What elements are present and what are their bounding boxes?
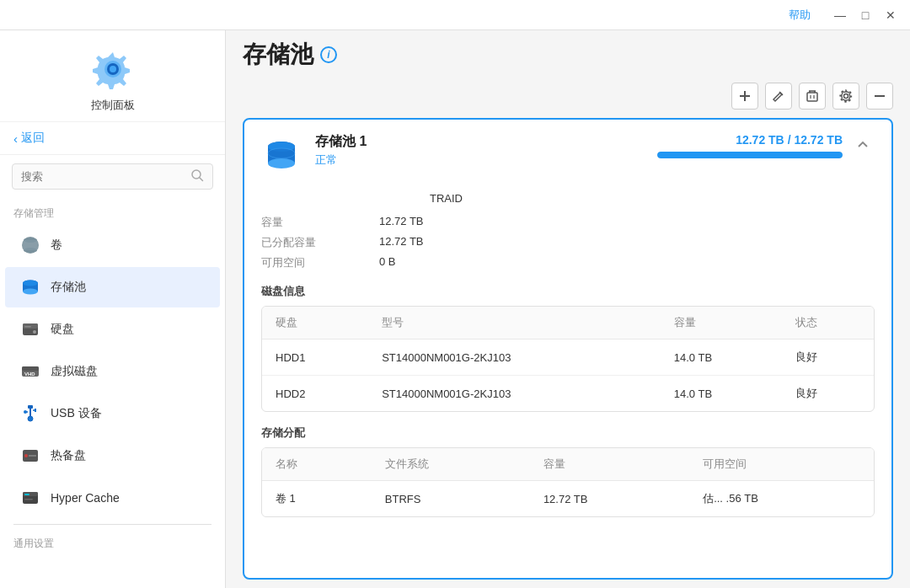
disk-table-wrap: 硬盘 型号 容量 状态 HDD1 ST14000NM001G-2KJ103 14… (261, 306, 875, 412)
disk-icon (19, 318, 42, 341)
main-content: 存储池 i (226, 30, 910, 588)
sidebar-item-hyper-cache[interactable]: Hyper Cache (5, 478, 220, 518)
disk-capacity-hdd1: 14.0 TB (661, 339, 783, 376)
svg-point-12 (23, 281, 38, 286)
sidebar-item-hard-disk[interactable]: 硬盘 (5, 309, 220, 350)
svg-point-11 (23, 289, 38, 295)
table-row: HDD2 ST14000NM001G-2KJ103 14.0 TB 良好 (262, 376, 874, 412)
sidebar-item-usb[interactable]: USB 设备 (5, 393, 220, 434)
page-title-row: 存储池 i (243, 39, 893, 71)
hyper-cache-label: Hyper Cache (51, 491, 120, 505)
disk-name-hdd1: HDD1 (262, 339, 368, 376)
alloc-section-title: 存储分配 (261, 425, 875, 441)
sidebar-item-volumes[interactable]: 卷 (5, 225, 220, 265)
disk-status-hdd1: 良好 (782, 339, 874, 376)
usb-label: USB 设备 (51, 406, 102, 421)
svg-point-43 (844, 94, 848, 99)
alloc-capacity-vol1: 12.72 TB (530, 481, 689, 517)
pool-status: 正常 (315, 152, 486, 168)
disk-col-disk: 硬盘 (262, 307, 368, 339)
svg-point-2 (110, 66, 116, 72)
pool-details: 容量 12.72 TB 已分配容量 12.72 TB 可用空间 0 B (261, 215, 875, 270)
alloc-table-wrap: 名称 文件系统 容量 可用空间 卷 1 BTRFS 12.72 TB 估... … (261, 447, 875, 517)
search-bar (12, 163, 213, 190)
vdisk-icon: VHD (19, 360, 42, 383)
title-bar: 帮助 — □ ✕ (0, 0, 910, 30)
search-icon (190, 168, 204, 184)
alloc-col-name: 名称 (262, 448, 372, 481)
svg-rect-16 (24, 326, 31, 328)
back-label: 返回 (21, 131, 45, 146)
progress-bar (657, 152, 843, 158)
help-link[interactable]: 帮助 (789, 8, 811, 23)
alloc-col-free: 可用空间 (689, 448, 874, 481)
app-container: 控制面板 ‹ 返回 存储管理 (0, 30, 910, 588)
disk-name-hdd2: HDD2 (262, 376, 368, 412)
disk-model-hdd1: ST14000NM001G-2KJ103 (368, 339, 661, 376)
back-arrow-icon: ‹ (13, 131, 18, 146)
sidebar-item-virtual-disk[interactable]: VHD 虚拟磁盘 (5, 351, 220, 392)
free-space-value: 0 B (379, 255, 396, 270)
svg-line-4 (200, 178, 203, 181)
svg-rect-18 (22, 366, 39, 371)
pool-db-icon (261, 136, 302, 180)
pool-icon (19, 275, 42, 299)
alloc-col-fs: 文件系统 (372, 448, 530, 481)
alloc-name-vol1: 卷 1 (262, 481, 372, 517)
alloc-table: 名称 文件系统 容量 可用空间 卷 1 BTRFS 12.72 TB 估... … (262, 448, 874, 516)
svg-point-15 (33, 330, 36, 334)
svg-rect-20 (28, 405, 33, 409)
svg-point-28 (24, 454, 28, 457)
pool-label: 存储池 (51, 280, 86, 295)
settings-button[interactable] (832, 83, 859, 110)
sidebar-header: 控制面板 (0, 30, 225, 122)
svg-rect-37 (807, 93, 817, 101)
capacity-value: 12.72 TB (379, 215, 424, 230)
disk-capacity-hdd2: 14.0 TB (661, 376, 783, 412)
page-title: 存储池 (243, 39, 313, 71)
usb-icon (19, 402, 42, 425)
progress-fill (657, 152, 843, 158)
table-row: HDD1 ST14000NM001G-2KJ103 14.0 TB 良好 (262, 339, 874, 376)
edit-button[interactable] (765, 83, 792, 110)
alloc-capacity-value: 12.72 TB (379, 235, 424, 250)
disk-col-status: 状态 (782, 307, 874, 339)
close-button[interactable]: ✕ (878, 3, 903, 28)
pool-info: 存储池 1 正常 (315, 133, 486, 168)
alloc-capacity-label: 已分配容量 (261, 235, 329, 250)
volume-icon (19, 233, 42, 257)
alloc-col-capacity: 容量 (530, 448, 689, 481)
minimize-button[interactable]: — (827, 3, 853, 28)
add-button[interactable] (731, 83, 758, 110)
sidebar: 控制面板 ‹ 返回 存储管理 (0, 30, 226, 588)
search-input[interactable] (21, 170, 190, 183)
storage-section-label: 存储管理 (0, 198, 225, 224)
sidebar-app-title: 控制面板 (91, 98, 135, 113)
maximize-button[interactable]: □ (853, 3, 878, 28)
pool-header: 存储池 1 正常 12.72 TB / 12.72 TB (261, 133, 875, 180)
toolbar (243, 83, 893, 110)
pool-capacity-header: 12.72 TB / 12.72 TB (657, 133, 843, 158)
back-link[interactable]: ‹ 返回 (0, 122, 225, 155)
svg-rect-32 (24, 494, 29, 495)
alloc-free-vol1: 估... .56 TB (689, 481, 874, 517)
svg-text:VHD: VHD (24, 372, 35, 377)
pool-card: 存储池 1 正常 12.72 TB / 12.72 TB (243, 118, 893, 580)
free-space-label: 可用空间 (261, 255, 329, 270)
disk-section-title: 磁盘信息 (261, 284, 875, 299)
disk-model-hdd2: ST14000NM001G-2KJ103 (368, 376, 661, 412)
sidebar-item-storage-pool[interactable]: 存储池 (5, 267, 220, 307)
table-row: 卷 1 BTRFS 12.72 TB 估... .56 TB (262, 481, 874, 517)
general-section-label: 通用设置 (0, 530, 225, 554)
pool-name: 存储池 1 (315, 133, 486, 151)
delete-button[interactable] (799, 83, 826, 110)
collapse-button[interactable] (851, 133, 875, 157)
sidebar-item-hot-spare[interactable]: 热备盘 (5, 436, 220, 476)
sidebar-divider (13, 524, 211, 525)
disk-table: 硬盘 型号 容量 状态 HDD1 ST14000NM001G-2KJ103 14… (262, 307, 874, 411)
more-button[interactable] (866, 83, 893, 110)
info-icon[interactable]: i (320, 46, 337, 63)
gear-icon (89, 45, 136, 93)
vdisk-label: 虚拟磁盘 (51, 364, 98, 379)
disk-col-capacity: 容量 (661, 307, 783, 339)
